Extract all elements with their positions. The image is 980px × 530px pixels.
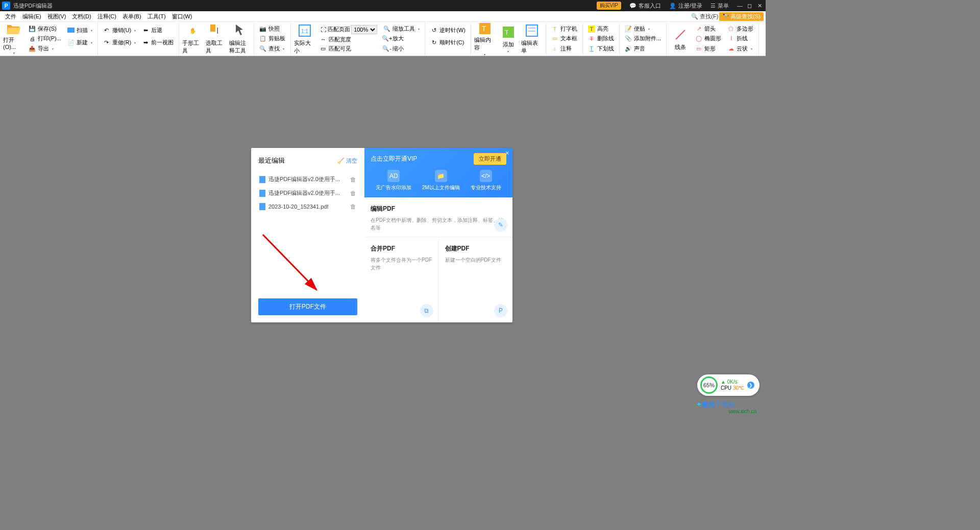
forward-button[interactable]: ➡前一视图: [140, 39, 176, 46]
menu-view[interactable]: 视图(V): [44, 13, 69, 20]
menu-window[interactable]: 窗口(W): [169, 13, 195, 20]
forward-icon: ➡: [142, 39, 149, 46]
minimize-button[interactable]: —: [733, 3, 743, 9]
export-button[interactable]: 📤导出▾: [27, 45, 63, 53]
pdf-file-icon: [259, 190, 265, 197]
polygon-tool[interactable]: ⬠多边形: [725, 25, 755, 33]
textbox-button[interactable]: ▭文本框: [549, 35, 579, 42]
fit-visible-button[interactable]: ▭匹配可见: [317, 45, 379, 53]
redo-button[interactable]: ↷重做(R)▾: [101, 39, 138, 46]
scan-button[interactable]: 扫描▾: [65, 27, 94, 34]
hand-tool[interactable]: ✋手形工具: [181, 23, 205, 55]
select-tool[interactable]: I选取工具: [205, 23, 228, 55]
find-tool[interactable]: 🔍查找▾: [257, 45, 287, 53]
undo-button[interactable]: ↶撤销(U)▾: [101, 27, 138, 34]
recent-file-item[interactable]: 2023-10-20_152341.pdf 🗑: [258, 200, 357, 213]
cloud-tool[interactable]: ☁云状▾: [725, 45, 755, 53]
edit-content-icon: T: [477, 22, 493, 35]
image-tool[interactable]: 图像▾: [761, 23, 766, 55]
menu-tools[interactable]: 工具(T): [144, 13, 169, 20]
ellipse-tool[interactable]: ◯椭圆形: [693, 35, 723, 42]
attach-button[interactable]: 📎添加附件...: [623, 35, 663, 42]
attach-icon: 📎: [625, 35, 632, 42]
login-button[interactable]: 👤注册/登录: [665, 2, 706, 10]
edit-form-button[interactable]: 编辑表单: [520, 23, 544, 55]
new-doc-icon: 📄: [67, 39, 75, 46]
zoom-tool-button[interactable]: 🔍缩放工具▾: [381, 25, 422, 33]
edit-form-icon: [524, 23, 540, 38]
menu-form[interactable]: 表单(B): [119, 13, 144, 20]
arrow-tool[interactable]: ↗箭头: [693, 25, 723, 33]
menu-document[interactable]: 文档(D): [69, 13, 94, 20]
support-button[interactable]: 💬客服入口: [625, 2, 665, 10]
clear-recent-button[interactable]: 🧹清空: [337, 157, 357, 165]
underline-button[interactable]: T下划线: [586, 45, 616, 53]
strikethrough-button[interactable]: T删除线: [586, 35, 616, 42]
open-button[interactable]: 打开(O)...▾: [2, 23, 26, 55]
rotate-ccw-button[interactable]: ↺逆时针(W): [428, 27, 468, 34]
edit-annotation-tool[interactable]: 编辑注释工具: [228, 23, 252, 55]
create-pdf-card[interactable]: 创建PDF 新建一个空白的PDF文件 P: [438, 237, 513, 322]
fit-visible-icon: ▭: [320, 45, 327, 53]
typewriter-button[interactable]: T打字机: [549, 25, 579, 33]
vip-cta-button[interactable]: 立即开通: [474, 153, 506, 165]
annotate-icon: ♪: [551, 45, 558, 52]
rotate-cw-button[interactable]: ↻顺时针(C): [428, 39, 468, 46]
edit-pdf-card[interactable]: 编辑PDF 在PDF文档中新增、删除、剪切文本，添加注释、标签、签名等 ✎: [364, 197, 512, 237]
back-button[interactable]: ⬅后退: [140, 27, 176, 34]
rect-tool[interactable]: ▭矩形: [693, 45, 723, 53]
buy-vip-button[interactable]: 购买VIP: [593, 2, 625, 10]
back-icon: ⬅: [142, 27, 149, 34]
annotate-button[interactable]: ♪注释: [549, 45, 579, 53]
close-button[interactable]: ✕: [753, 3, 764, 9]
svg-text:T: T: [482, 24, 486, 33]
menu-annotate[interactable]: 注释(C): [94, 13, 119, 20]
polyline-tool[interactable]: ⌇折线: [725, 35, 755, 42]
menu-button[interactable]: ☰菜单: [706, 2, 733, 10]
add-button[interactable]: T添加▾: [497, 23, 520, 55]
vip-close-button[interactable]: ✕: [505, 150, 509, 157]
rotate-cw-icon: ↻: [430, 39, 437, 46]
menu-file[interactable]: 文件: [2, 13, 19, 20]
strike-icon: T: [588, 35, 595, 42]
line-icon: [673, 27, 688, 42]
widget-expand-icon[interactable]: ❯: [747, 382, 754, 389]
svg-line-12: [676, 30, 685, 39]
fit-page-button[interactable]: ⛶匹配页面 100%: [317, 25, 379, 34]
recent-file-item[interactable]: 迅捷PDF编辑器v2.0使用手... 🗑: [258, 186, 357, 200]
zoom-select[interactable]: 100%: [351, 25, 377, 34]
merge-pdf-card[interactable]: 合并PDF 将多个文件合并为一个PDF文件 ⧉: [364, 237, 438, 322]
advanced-find-button[interactable]: 🔭高级查找(S): [719, 12, 764, 21]
note-button[interactable]: 📝便贴▾: [623, 25, 663, 33]
zoom-in-button[interactable]: 🔍+放大: [381, 35, 422, 42]
svg-text:1:1: 1:1: [301, 29, 308, 34]
maximize-button[interactable]: ◻: [743, 3, 753, 9]
print-button[interactable]: 🖨打印(P)...: [27, 35, 63, 42]
menu-edit[interactable]: 编辑(E): [19, 13, 44, 20]
fit-width-button[interactable]: ↔匹配宽度: [317, 36, 379, 43]
line-tool[interactable]: 线条: [669, 23, 692, 55]
edit-pdf-icon: ✎: [494, 218, 507, 232]
highlight-button[interactable]: T高亮: [586, 25, 616, 33]
sound-button[interactable]: 🔊声音: [623, 45, 663, 53]
svg-rect-1: [210, 24, 215, 32]
find-button[interactable]: 🔍查找(F): [691, 13, 718, 20]
hand-icon: ✋: [185, 23, 201, 38]
delete-recent-button[interactable]: 🗑: [350, 190, 356, 197]
delete-recent-button[interactable]: 🗑: [350, 203, 356, 210]
open-pdf-button[interactable]: 打开PDF文件: [258, 298, 357, 315]
binoculars-icon: 🔭: [722, 13, 729, 20]
print-icon: 🖨: [29, 35, 36, 42]
clipboard-button[interactable]: 📋剪贴板: [257, 35, 287, 42]
delete-recent-button[interactable]: 🗑: [350, 176, 356, 183]
recent-file-item[interactable]: 迅捷PDF编辑器v2.0使用手... 🗑: [258, 172, 357, 186]
zoom-in-icon: 🔍+: [383, 35, 390, 42]
new-button[interactable]: 📄新建▾: [65, 39, 94, 46]
save-button[interactable]: 💾保存(S): [27, 25, 63, 33]
actual-size-button[interactable]: 1:1实际大小: [293, 23, 316, 55]
zoom-out-button[interactable]: 🔍-缩小: [381, 45, 422, 53]
edit-content-button[interactable]: T编辑内容▾: [473, 23, 497, 55]
cursor-icon: [232, 23, 248, 38]
snapshot-button[interactable]: 📷快照: [257, 25, 287, 33]
cpu-widget[interactable]: 65% ▲ 0K/s CPU 30℃ ❯: [697, 374, 760, 396]
